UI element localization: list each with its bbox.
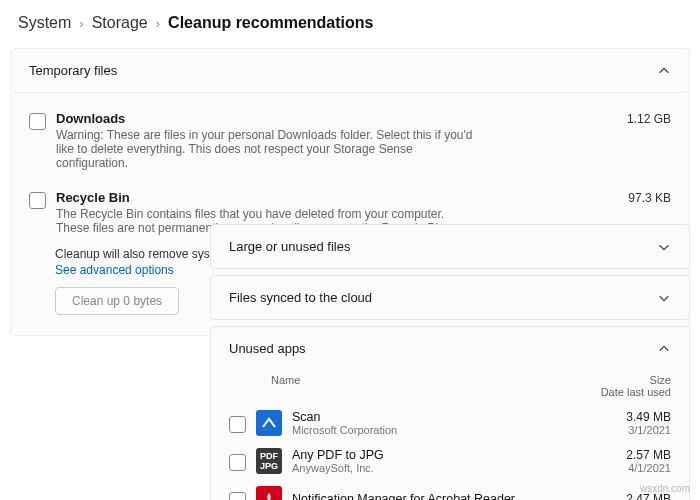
chevron-right-icon: ›	[156, 16, 160, 31]
acrobat-app-icon	[256, 486, 282, 500]
section-title: Large or unused files	[229, 239, 350, 254]
chevron-up-icon	[657, 342, 671, 356]
item-title: Downloads	[56, 111, 125, 126]
pdf-jpg-app-icon: PDFJPG	[256, 448, 282, 474]
app-date: 4/1/2021	[571, 462, 671, 474]
checkbox-downloads[interactable]	[29, 113, 46, 130]
col-date[interactable]: Date last used	[571, 386, 671, 398]
col-size[interactable]: Size	[571, 374, 671, 386]
item-description: Warning: These are files in your persona…	[56, 128, 476, 170]
section-title: Unused apps	[229, 341, 306, 356]
app-row: PDFJPG Any PDF to JPG AnywaySoft, Inc. 2…	[211, 442, 689, 480]
app-size: 2.57 MB	[571, 448, 671, 462]
cleanup-button[interactable]: Clean up 0 bytes	[55, 287, 179, 315]
checkbox-app[interactable]	[229, 492, 246, 501]
breadcrumb: System › Storage › Cleanup recommendatio…	[0, 0, 700, 42]
checkbox-app[interactable]	[229, 416, 246, 433]
item-title: Recycle Bin	[56, 190, 130, 205]
app-name: Notification Manager for Acrobat Reader	[292, 492, 561, 500]
watermark: wsxdn.com	[640, 483, 690, 494]
section-title: Files synced to the cloud	[229, 290, 372, 305]
app-publisher: AnywaySoft, Inc.	[292, 462, 561, 474]
item-downloads: Downloads 1.12 GB Warning: These are fil…	[29, 101, 671, 180]
breadcrumb-cleanup: Cleanup recommendations	[168, 14, 373, 32]
app-name: Any PDF to JPG	[292, 448, 561, 462]
breadcrumb-system[interactable]: System	[18, 14, 71, 32]
breadcrumb-storage[interactable]: Storage	[92, 14, 148, 32]
app-row: Scan Microsoft Corporation 3.49 MB 3/1/2…	[211, 404, 689, 442]
chevron-down-icon	[657, 291, 671, 305]
table-header: Name Size Date last used	[211, 370, 689, 404]
item-size: 97.3 KB	[628, 191, 671, 205]
section-temporary-files[interactable]: Temporary files	[10, 48, 690, 93]
checkbox-app[interactable]	[229, 454, 246, 471]
chevron-right-icon: ›	[79, 16, 83, 31]
chevron-down-icon	[657, 240, 671, 254]
checkbox-recycle-bin[interactable]	[29, 192, 46, 209]
app-date: 3/1/2021	[571, 424, 671, 436]
section-large-unused[interactable]: Large or unused files	[211, 225, 689, 268]
app-name: Scan	[292, 410, 561, 424]
section-title: Temporary files	[29, 63, 117, 78]
app-size: 3.49 MB	[571, 410, 671, 424]
item-size: 1.12 GB	[627, 112, 671, 126]
app-publisher: Microsoft Corporation	[292, 424, 561, 436]
chevron-up-icon	[657, 64, 671, 78]
section-unused-apps[interactable]: Unused apps	[211, 327, 689, 370]
section-files-synced[interactable]: Files synced to the cloud	[211, 276, 689, 319]
app-row: Notification Manager for Acrobat Reader …	[211, 480, 689, 500]
scan-app-icon	[256, 410, 282, 436]
col-name[interactable]: Name	[271, 374, 571, 398]
